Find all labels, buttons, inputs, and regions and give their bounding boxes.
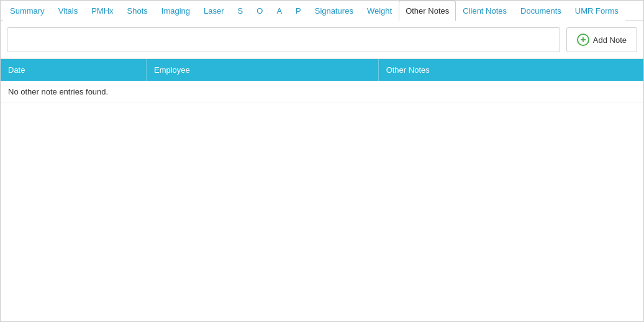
app-container: SummaryVitalsPMHxShotsImagingLaserSOAPSi… (0, 0, 644, 322)
tab-p[interactable]: P (289, 1, 308, 21)
tab-signatures[interactable]: Signatures (308, 1, 360, 21)
tab-laser[interactable]: Laser (197, 1, 231, 21)
tab-pmhx[interactable]: PMHx (84, 1, 120, 21)
plus-icon: + (577, 34, 589, 46)
table-body: No other note entries found. (1, 81, 643, 103)
tab-bar: SummaryVitalsPMHxShotsImagingLaserSOAPSi… (1, 1, 643, 21)
col-header-employee: Employee (146, 59, 378, 81)
empty-message: No other note entries found. (1, 81, 643, 103)
tab-summary[interactable]: Summary (3, 1, 52, 21)
col-header-date: Date (1, 59, 146, 81)
table-header: DateEmployeeOther Notes (1, 59, 643, 81)
table-container: DateEmployeeOther Notes No other note en… (1, 59, 643, 321)
add-note-button[interactable]: + Add Note (566, 27, 637, 52)
add-note-label: Add Note (593, 35, 627, 45)
toolbar: + Add Note (1, 21, 643, 59)
tab-s[interactable]: S (231, 1, 250, 21)
table-row-empty: No other note entries found. (1, 81, 643, 103)
tab-o[interactable]: O (250, 1, 270, 21)
tab-vitals[interactable]: Vitals (52, 1, 85, 21)
tab-imaging[interactable]: Imaging (155, 1, 197, 21)
table-header-row: DateEmployeeOther Notes (1, 59, 643, 81)
tab-client-notes[interactable]: Client Notes (456, 1, 514, 21)
tab-other-notes[interactable]: Other Notes (399, 1, 456, 21)
col-header-other-notes: Other Notes (378, 59, 643, 81)
notes-table: DateEmployeeOther Notes No other note en… (1, 59, 643, 103)
tab-umr-forms[interactable]: UMR Forms (568, 1, 625, 21)
tab-shots[interactable]: Shots (120, 1, 155, 21)
tab-weight[interactable]: Weight (360, 1, 399, 21)
tab-a[interactable]: A (270, 1, 289, 21)
tab-documents[interactable]: Documents (514, 1, 568, 21)
search-input[interactable] (7, 27, 560, 52)
